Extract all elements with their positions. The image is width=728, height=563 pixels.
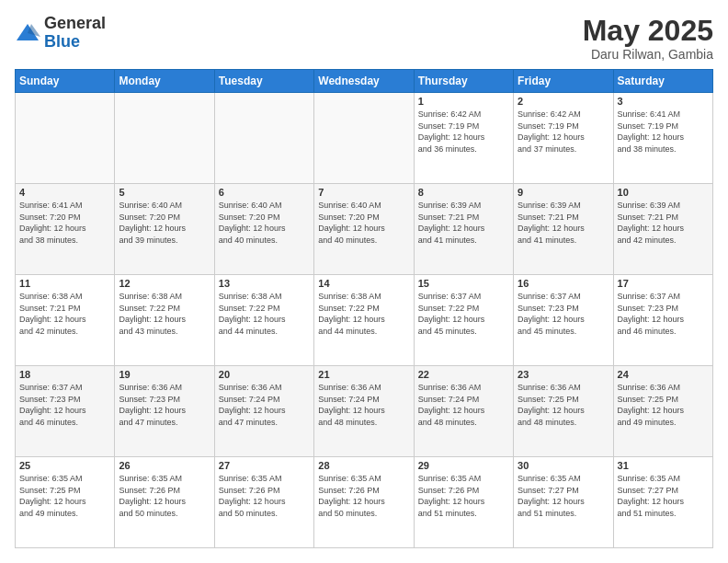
calendar-day-cell: 13Sunrise: 6:38 AM Sunset: 7:22 PM Dayli… <box>214 275 313 366</box>
day-number: 24 <box>618 369 709 380</box>
day-info: Sunrise: 6:40 AM Sunset: 7:20 PM Dayligh… <box>318 200 409 246</box>
day-info: Sunrise: 6:35 AM Sunset: 7:27 PM Dayligh… <box>518 473 609 519</box>
day-number: 13 <box>219 278 310 289</box>
day-number: 6 <box>219 187 310 198</box>
day-info: Sunrise: 6:36 AM Sunset: 7:24 PM Dayligh… <box>219 382 310 428</box>
calendar-day-header: Saturday <box>613 70 712 93</box>
day-info: Sunrise: 6:36 AM Sunset: 7:23 PM Dayligh… <box>119 382 210 428</box>
calendar-day-cell: 6Sunrise: 6:40 AM Sunset: 7:20 PM Daylig… <box>214 184 313 275</box>
day-info: Sunrise: 6:36 AM Sunset: 7:25 PM Dayligh… <box>618 382 709 428</box>
calendar-day-cell <box>115 93 214 184</box>
day-number: 20 <box>219 369 310 380</box>
day-number: 11 <box>19 278 110 289</box>
logo-general: General <box>44 15 106 33</box>
calendar-day-cell: 19Sunrise: 6:36 AM Sunset: 7:23 PM Dayli… <box>115 366 214 457</box>
day-info: Sunrise: 6:36 AM Sunset: 7:25 PM Dayligh… <box>518 382 609 428</box>
day-number: 19 <box>119 369 210 380</box>
day-info: Sunrise: 6:36 AM Sunset: 7:24 PM Dayligh… <box>318 382 409 428</box>
calendar-day-cell: 24Sunrise: 6:36 AM Sunset: 7:25 PM Dayli… <box>613 366 712 457</box>
day-info: Sunrise: 6:41 AM Sunset: 7:19 PM Dayligh… <box>618 109 709 155</box>
calendar-day-header: Friday <box>514 70 613 93</box>
calendar-week-row: 11Sunrise: 6:38 AM Sunset: 7:21 PM Dayli… <box>16 275 713 366</box>
calendar-day-cell <box>16 93 115 184</box>
day-info: Sunrise: 6:35 AM Sunset: 7:26 PM Dayligh… <box>418 473 509 519</box>
day-info: Sunrise: 6:38 AM Sunset: 7:22 PM Dayligh… <box>219 291 310 337</box>
day-number: 23 <box>518 369 609 380</box>
day-number: 21 <box>318 369 409 380</box>
calendar-day-cell: 1Sunrise: 6:42 AM Sunset: 7:19 PM Daylig… <box>414 93 513 184</box>
calendar-day-cell: 9Sunrise: 6:39 AM Sunset: 7:21 PM Daylig… <box>514 184 613 275</box>
calendar-day-cell: 23Sunrise: 6:36 AM Sunset: 7:25 PM Dayli… <box>514 366 613 457</box>
day-number: 2 <box>518 96 609 107</box>
logo-blue: Blue <box>44 33 106 52</box>
day-number: 18 <box>19 369 110 380</box>
day-info: Sunrise: 6:39 AM Sunset: 7:21 PM Dayligh… <box>418 200 509 246</box>
day-number: 15 <box>418 278 509 289</box>
day-info: Sunrise: 6:42 AM Sunset: 7:19 PM Dayligh… <box>518 109 609 155</box>
calendar-day-cell: 7Sunrise: 6:40 AM Sunset: 7:20 PM Daylig… <box>314 184 414 275</box>
day-number: 14 <box>318 278 409 289</box>
calendar-day-cell <box>314 93 414 184</box>
day-number: 8 <box>418 187 509 198</box>
calendar-day-cell: 15Sunrise: 6:37 AM Sunset: 7:22 PM Dayli… <box>414 275 513 366</box>
calendar-day-cell: 29Sunrise: 6:35 AM Sunset: 7:26 PM Dayli… <box>414 457 513 548</box>
day-info: Sunrise: 6:38 AM Sunset: 7:21 PM Dayligh… <box>19 291 110 337</box>
calendar-day-cell: 8Sunrise: 6:39 AM Sunset: 7:21 PM Daylig… <box>414 184 513 275</box>
day-number: 4 <box>19 187 110 198</box>
calendar-day-header: Sunday <box>16 70 115 93</box>
calendar-week-row: 25Sunrise: 6:35 AM Sunset: 7:25 PM Dayli… <box>16 457 713 548</box>
day-number: 25 <box>19 460 110 471</box>
day-info: Sunrise: 6:37 AM Sunset: 7:23 PM Dayligh… <box>618 291 709 337</box>
day-info: Sunrise: 6:37 AM Sunset: 7:23 PM Dayligh… <box>19 382 110 428</box>
logo-icon <box>15 20 40 46</box>
logo-text: General Blue <box>44 15 106 52</box>
calendar-day-cell: 3Sunrise: 6:41 AM Sunset: 7:19 PM Daylig… <box>613 93 712 184</box>
calendar-day-header: Tuesday <box>214 70 313 93</box>
day-number: 17 <box>618 278 709 289</box>
calendar-week-row: 18Sunrise: 6:37 AM Sunset: 7:23 PM Dayli… <box>16 366 713 457</box>
calendar-day-cell: 31Sunrise: 6:35 AM Sunset: 7:27 PM Dayli… <box>613 457 712 548</box>
calendar-day-cell: 21Sunrise: 6:36 AM Sunset: 7:24 PM Dayli… <box>314 366 414 457</box>
location-subtitle: Daru Rilwan, Gambia <box>583 47 713 62</box>
day-number: 3 <box>618 96 709 107</box>
calendar-day-cell: 26Sunrise: 6:35 AM Sunset: 7:26 PM Dayli… <box>115 457 214 548</box>
day-number: 22 <box>418 369 509 380</box>
calendar-day-cell: 2Sunrise: 6:42 AM Sunset: 7:19 PM Daylig… <box>514 93 613 184</box>
day-number: 7 <box>318 187 409 198</box>
calendar-day-cell <box>214 93 313 184</box>
logo: General Blue <box>15 15 106 52</box>
day-info: Sunrise: 6:39 AM Sunset: 7:21 PM Dayligh… <box>518 200 609 246</box>
day-info: Sunrise: 6:38 AM Sunset: 7:22 PM Dayligh… <box>318 291 409 337</box>
day-info: Sunrise: 6:37 AM Sunset: 7:23 PM Dayligh… <box>518 291 609 337</box>
day-number: 26 <box>119 460 210 471</box>
calendar-week-row: 4Sunrise: 6:41 AM Sunset: 7:20 PM Daylig… <box>16 184 713 275</box>
month-title: May 2025 <box>583 15 713 47</box>
day-info: Sunrise: 6:36 AM Sunset: 7:24 PM Dayligh… <box>418 382 509 428</box>
calendar-day-cell: 20Sunrise: 6:36 AM Sunset: 7:24 PM Dayli… <box>214 366 313 457</box>
day-info: Sunrise: 6:35 AM Sunset: 7:25 PM Dayligh… <box>19 473 110 519</box>
day-info: Sunrise: 6:40 AM Sunset: 7:20 PM Dayligh… <box>219 200 310 246</box>
day-info: Sunrise: 6:35 AM Sunset: 7:26 PM Dayligh… <box>318 473 409 519</box>
day-info: Sunrise: 6:35 AM Sunset: 7:27 PM Dayligh… <box>618 473 709 519</box>
day-info: Sunrise: 6:37 AM Sunset: 7:22 PM Dayligh… <box>418 291 509 337</box>
calendar-day-cell: 17Sunrise: 6:37 AM Sunset: 7:23 PM Dayli… <box>613 275 712 366</box>
day-info: Sunrise: 6:42 AM Sunset: 7:19 PM Dayligh… <box>418 109 509 155</box>
calendar-day-cell: 12Sunrise: 6:38 AM Sunset: 7:22 PM Dayli… <box>115 275 214 366</box>
day-number: 1 <box>418 96 509 107</box>
calendar-day-cell: 22Sunrise: 6:36 AM Sunset: 7:24 PM Dayli… <box>414 366 513 457</box>
calendar-day-cell: 30Sunrise: 6:35 AM Sunset: 7:27 PM Dayli… <box>514 457 613 548</box>
calendar-day-cell: 27Sunrise: 6:35 AM Sunset: 7:26 PM Dayli… <box>214 457 313 548</box>
calendar-day-cell: 18Sunrise: 6:37 AM Sunset: 7:23 PM Dayli… <box>16 366 115 457</box>
day-number: 31 <box>618 460 709 471</box>
calendar-day-cell: 14Sunrise: 6:38 AM Sunset: 7:22 PM Dayli… <box>314 275 414 366</box>
day-info: Sunrise: 6:40 AM Sunset: 7:20 PM Dayligh… <box>119 200 210 246</box>
calendar: SundayMondayTuesdayWednesdayThursdayFrid… <box>15 69 713 548</box>
calendar-day-cell: 10Sunrise: 6:39 AM Sunset: 7:21 PM Dayli… <box>613 184 712 275</box>
day-number: 16 <box>518 278 609 289</box>
calendar-day-cell: 11Sunrise: 6:38 AM Sunset: 7:21 PM Dayli… <box>16 275 115 366</box>
day-number: 28 <box>318 460 409 471</box>
calendar-header-row: SundayMondayTuesdayWednesdayThursdayFrid… <box>16 70 713 93</box>
day-number: 29 <box>418 460 509 471</box>
page: General Blue May 2025 Daru Rilwan, Gambi… <box>0 0 728 563</box>
calendar-day-cell: 16Sunrise: 6:37 AM Sunset: 7:23 PM Dayli… <box>514 275 613 366</box>
